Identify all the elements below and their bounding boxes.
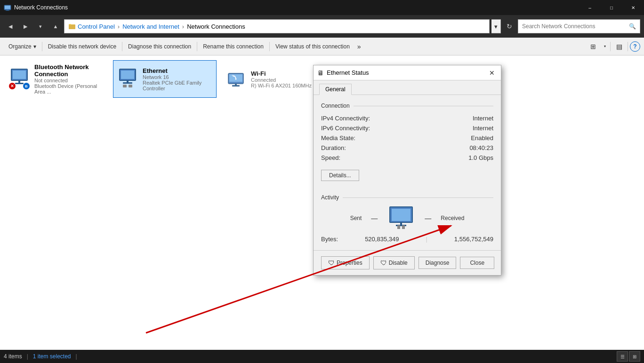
svg-rect-1	[5, 6, 10, 9]
path-current: Network Connections	[187, 23, 245, 30]
bytes-divider: |	[426, 236, 427, 243]
folder-icon	[68, 23, 76, 30]
bluetooth-badge: B	[23, 83, 30, 89]
wifi-status: Connected	[251, 77, 321, 83]
ethernet-name: Ethernet	[143, 67, 212, 74]
activity-section-line	[343, 197, 493, 198]
address-dropdown-button[interactable]: ▾	[491, 19, 501, 33]
details-pane-button[interactable]: ▤	[612, 40, 626, 53]
eth-screen	[121, 71, 134, 79]
bluetooth-status: Not connected	[34, 78, 104, 83]
list-view-button[interactable]: ☰	[617, 351, 628, 362]
rename-button[interactable]: Rename this connection	[198, 39, 268, 54]
maximize-button[interactable]: □	[601, 0, 622, 15]
list-item[interactable]: Ethernet Network 16 Realtek PCIe GbE Fam…	[113, 60, 217, 98]
organize-arrow-icon: ▾	[33, 43, 36, 50]
bluetooth-device: Bluetooth Device (Personal Area ...	[34, 83, 104, 95]
status-sep-2: |	[76, 353, 77, 360]
tab-general[interactable]: General	[319, 84, 352, 95]
wifi-device: R) Wi-Fi 6 AX201 160MHz	[251, 83, 321, 88]
status-items: 4 items | 1 item selected |	[4, 353, 80, 360]
details-button[interactable]: Details...	[321, 170, 359, 181]
ethernet-device: Realtek PCIe GbE Family Controller	[143, 80, 212, 91]
path-level2[interactable]: Network and Internet	[122, 23, 179, 30]
media-value: Enabled	[471, 134, 493, 142]
minimize-button[interactable]: –	[579, 0, 601, 15]
list-item[interactable]: Wi-Fi Connected R) Wi-Fi 6 AX201 160MHz	[221, 60, 325, 98]
properties-button[interactable]: 🛡 Properties	[321, 256, 370, 269]
act-monitor	[389, 206, 413, 223]
status-sep-1: |	[27, 353, 28, 360]
view-dropdown-button[interactable]: ▾	[602, 40, 608, 53]
act-screen	[392, 209, 411, 221]
speed-label: Speed:	[321, 154, 340, 161]
forward-button[interactable]: ▶	[19, 20, 32, 33]
properties-label: Properties	[337, 260, 362, 266]
svg-point-9	[235, 79, 237, 80]
disable-network-button[interactable]: Disable this network device	[43, 39, 121, 54]
duration-label: Duration:	[321, 144, 346, 151]
toolbar-sep-right	[610, 42, 611, 51]
ethernet-icon	[117, 69, 138, 89]
media-row: Media State: Enabled	[321, 134, 493, 142]
eth-monitor	[119, 69, 136, 81]
help-button[interactable]: ?	[630, 41, 640, 52]
received-arrow-icon: —	[425, 214, 431, 222]
eth-cables	[123, 85, 132, 87]
disable-button[interactable]: 🛡 Disable	[373, 256, 415, 269]
ethernet-status: Network 16	[143, 74, 212, 80]
back-button[interactable]: ◀	[4, 20, 17, 33]
window-controls: – □ ✕	[579, 0, 644, 15]
up-button[interactable]: ▲	[49, 20, 62, 33]
monitor-base	[15, 83, 24, 84]
received-label: Received	[441, 215, 464, 221]
activity-section-title: Activity	[321, 194, 339, 201]
view-status-label: View status of this connection	[275, 43, 350, 50]
bytes-sent-value: 520,835,349	[365, 236, 399, 243]
ipv4-row: IPv4 Connectivity: Internet	[321, 115, 493, 122]
close-dialog-button[interactable]: Close	[460, 257, 494, 269]
view-status-button[interactable]: View status of this connection	[271, 39, 354, 54]
diagnose-dialog-button[interactable]: Diagnose	[419, 257, 457, 269]
more-button[interactable]: »	[354, 39, 364, 54]
list-item[interactable]: ✕ B Bluetooth Network Connection Not con…	[5, 60, 108, 98]
item-count: 4 items	[4, 353, 22, 360]
eth-cable-2	[129, 85, 132, 87]
act-cable-1	[397, 225, 400, 229]
search-icon: 🔍	[629, 23, 636, 30]
svg-rect-8	[232, 85, 240, 87]
act-cables	[397, 225, 405, 229]
address-path: Control Panel › Network and Internet › N…	[64, 19, 490, 33]
diagnose-label: Diagnose this connection	[128, 43, 191, 50]
main-area: ✕ B Bluetooth Network Connection Not con…	[0, 55, 644, 350]
title-bar: Network Connections – □ ✕	[0, 0, 644, 15]
path-root[interactable]: Control Panel	[78, 23, 115, 30]
activity-section: Activity Sent —	[321, 194, 493, 243]
change-view-button[interactable]: ⊞	[587, 40, 600, 53]
svg-rect-4	[69, 24, 75, 29]
detail-view-button[interactable]: ⊞	[629, 351, 640, 362]
window-title: Network Connections	[14, 4, 68, 11]
disable-label: Disable this network device	[48, 43, 116, 50]
dialog-title-text: Ethernet Status	[327, 69, 487, 76]
ethernet-status-dialog: 🖥 Ethernet Status ✕ General Connection I…	[313, 65, 501, 276]
speed-row: Speed: 1.0 Gbps	[321, 154, 493, 161]
ipv6-value: Internet	[473, 125, 493, 132]
toolbar-separator-3	[197, 42, 197, 51]
address-bar: ◀ ▶ ▾ ▲ Control Panel › Network and Inte…	[0, 15, 644, 38]
refresh-button[interactable]: ↻	[503, 20, 516, 33]
diagnose-dialog-label: Diagnose	[426, 260, 450, 266]
diagnose-button[interactable]: Diagnose this connection	[123, 39, 196, 54]
bytes-row: Bytes: 520,835,349 | 1,556,752,549	[321, 236, 493, 243]
search-input[interactable]	[522, 23, 629, 30]
down-button[interactable]: ▾	[34, 20, 47, 33]
ipv4-value: Internet	[473, 115, 493, 122]
dialog-close-button[interactable]: ✕	[487, 68, 497, 78]
organize-button[interactable]: Organize ▾	[4, 39, 41, 54]
dialog-titlebar: 🖥 Ethernet Status ✕	[314, 65, 501, 80]
disable-label: Disable	[389, 260, 408, 266]
connection-section-title: Connection	[321, 103, 350, 109]
svg-rect-3	[6, 10, 9, 11]
close-button[interactable]: ✕	[622, 0, 644, 15]
search-box: 🔍	[518, 19, 640, 33]
